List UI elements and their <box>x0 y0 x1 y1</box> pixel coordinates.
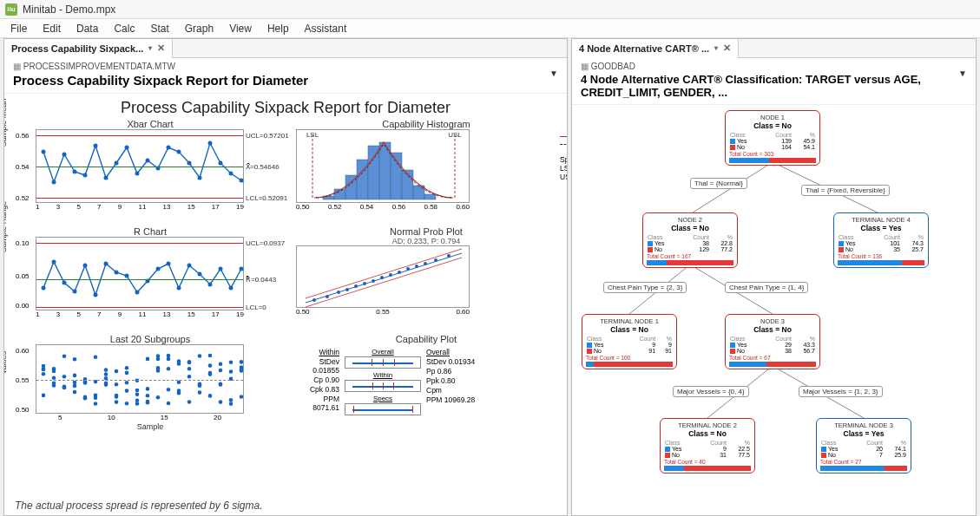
menu-stat[interactable]: Stat <box>143 21 175 36</box>
svg-point-134 <box>167 388 171 392</box>
svg-point-59 <box>337 291 340 294</box>
svg-point-19 <box>240 179 244 183</box>
svg-point-43 <box>135 291 140 295</box>
chevron-down-icon[interactable]: ▾ <box>148 44 152 52</box>
svg-point-123 <box>146 394 150 398</box>
cap-title: Capability Plot <box>296 334 556 344</box>
svg-point-113 <box>125 371 129 376</box>
dataset-name: PROCESSIMPROVEMENTDATA.MTW <box>13 62 558 71</box>
svg-point-8 <box>125 146 129 150</box>
svg-point-154 <box>208 372 213 376</box>
svg-point-66 <box>398 271 401 274</box>
svg-point-51 <box>219 267 223 271</box>
svg-point-139 <box>177 380 181 384</box>
terminal-node-3[interactable]: TERMINAL NODE 3Class = YesClassCount%Yes… <box>816 418 911 474</box>
menu-data[interactable]: Data <box>69 21 105 36</box>
tree-node-1[interactable]: NODE 1Class = NoClassCount%Yes13945.9No1… <box>725 110 820 166</box>
svg-point-149 <box>198 354 202 358</box>
tree-node-2[interactable]: NODE 2Class = NoClassCount%Yes3822.8No12… <box>642 212 738 268</box>
tree-edges <box>577 110 970 510</box>
chevron-down-icon[interactable]: ▾ <box>714 44 718 52</box>
svg-point-12 <box>167 146 171 150</box>
menu-assistant[interactable]: Assistant <box>298 21 354 36</box>
last20-xlabel: Sample <box>11 422 289 431</box>
hist-plot: LSL USL <box>297 130 470 204</box>
svg-point-53 <box>240 267 244 271</box>
menu-view[interactable]: View <box>222 21 259 36</box>
svg-point-62 <box>363 282 366 285</box>
menu-graph[interactable]: Graph <box>178 21 220 36</box>
svg-point-101 <box>94 356 98 360</box>
dropdown-icon[interactable]: ▼ <box>549 69 558 78</box>
svg-point-125 <box>146 357 150 362</box>
svg-text:USL: USL <box>448 131 462 139</box>
svg-point-116 <box>125 366 129 370</box>
close-icon[interactable]: ✕ <box>723 42 731 54</box>
svg-point-2 <box>62 153 67 157</box>
menu-edit[interactable]: Edit <box>36 21 68 36</box>
svg-point-37 <box>73 290 77 294</box>
svg-point-144 <box>187 367 192 371</box>
svg-point-42 <box>125 274 129 278</box>
sixpack-panel: Process Capability Sixpack... ▾ ✕ PROCES… <box>3 38 568 516</box>
cart-tree: NODE 1Class = NoClassCount%Yes13945.9No1… <box>577 110 970 510</box>
svg-rect-27 <box>357 160 368 199</box>
svg-point-109 <box>115 369 119 374</box>
svg-point-126 <box>146 400 150 404</box>
svg-point-75 <box>42 364 46 369</box>
tree-node-3[interactable]: NODE 3Class = NoClassCount%Yes2943.3No38… <box>725 314 820 369</box>
capability-plot: Capability Plot Within StDev 0.01855 Cp … <box>296 334 556 438</box>
tab-cart[interactable]: 4 Node Alternative CART® ... ▾ ✕ <box>572 39 739 58</box>
dropdown-icon[interactable]: ▼ <box>958 69 967 78</box>
tab-sixpack[interactable]: Process Capability Sixpack... ▾ ✕ <box>4 39 173 58</box>
svg-point-87 <box>73 390 77 395</box>
svg-point-68 <box>415 265 418 268</box>
capability-histogram: Capability Histogram LSL USL <box>296 119 556 223</box>
svg-point-120 <box>135 393 140 397</box>
svg-point-138 <box>177 359 181 363</box>
svg-point-57 <box>312 298 316 302</box>
svg-point-145 <box>187 361 192 365</box>
r-chart: R Chart Sample Range UCL=0.0937 R̄=0.044… <box>11 226 289 330</box>
r-ucl: UCL=0.0937 <box>246 239 285 247</box>
workspace: Process Capability Sixpack... ▾ ✕ PROCES… <box>0 38 980 516</box>
svg-point-105 <box>104 372 109 376</box>
svg-point-73 <box>42 394 46 398</box>
svg-point-9 <box>135 172 140 176</box>
hist-title: Capability Histogram <box>296 119 556 129</box>
svg-point-150 <box>198 382 202 387</box>
svg-point-38 <box>83 264 88 268</box>
svg-point-61 <box>354 284 358 288</box>
tree-body[interactable]: NODE 1Class = NoClassCount%Yes13945.9No1… <box>572 105 976 515</box>
menu-file[interactable]: File <box>3 21 34 36</box>
svg-point-85 <box>62 375 67 379</box>
npp-title: Normal Prob Plot <box>296 226 556 237</box>
svg-point-18 <box>229 172 233 176</box>
terminal-node-1[interactable]: TERMINAL NODE 1Class = NoClassCount%Yes9… <box>582 314 677 369</box>
xbar-lcl: LCL=0.52091 <box>246 194 287 202</box>
npp-plot <box>297 246 470 309</box>
svg-point-67 <box>406 267 410 271</box>
titlebar: ilu Minitab - Demo.mpx <box>0 0 980 19</box>
svg-point-71 <box>447 254 451 258</box>
svg-point-16 <box>208 141 213 146</box>
menu-calc[interactable]: Calc <box>107 21 141 36</box>
svg-point-98 <box>94 395 98 400</box>
npp-sub: AD: 0.233, P: 0.794 <box>296 237 556 245</box>
svg-point-45 <box>156 267 161 271</box>
svg-point-142 <box>187 400 192 404</box>
svg-point-14 <box>187 161 192 166</box>
svg-point-40 <box>104 262 109 266</box>
svg-point-84 <box>62 385 67 389</box>
svg-point-130 <box>156 369 161 373</box>
terminal-node-4[interactable]: TERMINAL NODE 4Class = YesClassCount%Yes… <box>833 212 929 268</box>
svg-point-81 <box>52 367 56 371</box>
last20-ylabel: Values <box>4 351 8 375</box>
svg-point-100 <box>94 402 98 406</box>
svg-point-162 <box>229 402 233 406</box>
r-plot <box>36 238 245 311</box>
close-icon[interactable]: ✕ <box>157 42 165 54</box>
menu-help[interactable]: Help <box>260 21 296 36</box>
report-title: Process Capability Sixpack Report for Di… <box>11 99 560 117</box>
terminal-node-2[interactable]: TERMINAL NODE 2Class = NoClassCount%Yes9… <box>660 418 755 474</box>
